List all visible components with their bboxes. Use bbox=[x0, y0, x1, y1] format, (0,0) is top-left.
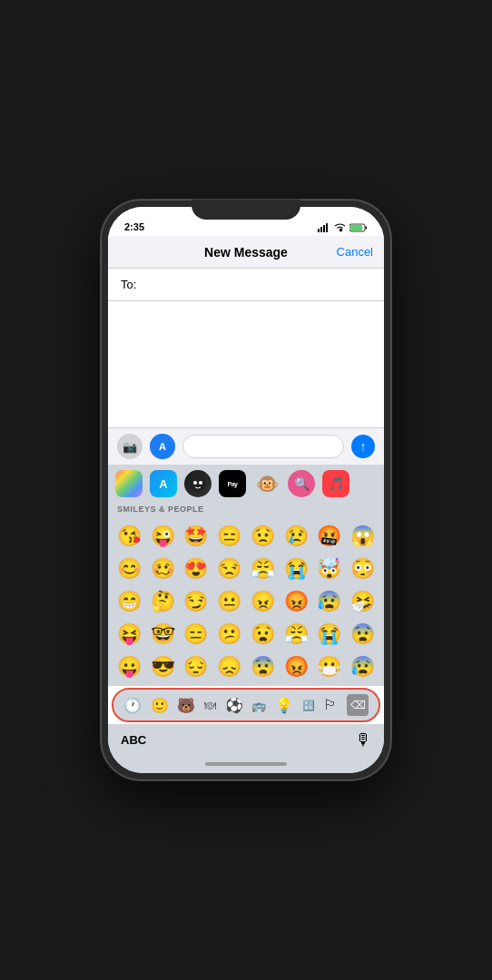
memoji-icon bbox=[189, 475, 207, 493]
emoji-disappointed[interactable]: 😞 bbox=[213, 652, 245, 682]
input-toolbar: 📷 A ↑ bbox=[108, 427, 384, 465]
emoji-smirk[interactable]: 😏 bbox=[181, 586, 212, 617]
emoji-tongue-squint[interactable]: 😝 bbox=[113, 619, 145, 650]
category-sports[interactable]: ⚽ bbox=[225, 697, 243, 714]
send-icon: ↑ bbox=[360, 439, 367, 454]
emoji-sob[interactable]: 😭 bbox=[314, 619, 346, 650]
svg-rect-2 bbox=[323, 225, 325, 232]
signal-icon bbox=[318, 223, 330, 232]
home-bar bbox=[205, 762, 287, 766]
emoji-cry[interactable]: 😢 bbox=[280, 521, 312, 552]
emoji-worried[interactable]: 😟 bbox=[247, 521, 279, 552]
emoji-confused[interactable]: 😕 bbox=[213, 619, 245, 650]
svg-rect-0 bbox=[318, 229, 320, 232]
emoji-loudly-cry[interactable]: 😭 bbox=[280, 554, 312, 584]
svg-point-7 bbox=[190, 475, 206, 492]
emoji-rage-steam[interactable]: 😤 bbox=[247, 554, 279, 584]
emoji-anxious-sweat[interactable]: 😰 bbox=[314, 586, 346, 617]
emoji-category-bar: 🕐 🙂 🐻 🍽 ⚽ 🚌 💡 🔣 🏳 ⌫ bbox=[112, 688, 380, 722]
svg-rect-5 bbox=[366, 227, 368, 230]
svg-rect-1 bbox=[320, 227, 322, 232]
emoji-censored-swear[interactable]: 🤬 bbox=[314, 521, 346, 552]
delete-emoji-button[interactable]: ⌫ bbox=[347, 694, 369, 716]
emoji-thinking[interactable]: 🤔 bbox=[147, 586, 179, 617]
emoji-mask[interactable]: 😷 bbox=[314, 652, 346, 682]
svg-point-8 bbox=[193, 481, 197, 485]
nav-title: New Message bbox=[204, 245, 288, 260]
emoji-blank[interactable]: 😑 bbox=[181, 619, 212, 650]
memoji-app-icon[interactable] bbox=[184, 470, 212, 497]
svg-rect-6 bbox=[350, 225, 362, 230]
emoji-rage[interactable]: 😡 bbox=[280, 652, 312, 682]
emoji-neutral[interactable]: 😐 bbox=[213, 586, 245, 617]
svg-rect-3 bbox=[326, 223, 328, 232]
category-food[interactable]: 🍽 bbox=[204, 699, 216, 712]
nav-bar: New Message Cancel bbox=[108, 236, 384, 269]
category-symbols[interactable]: 🔣 bbox=[302, 700, 315, 711]
emoji-grid: 😘 😜 🤩 😑 😟 😢 🤬 😱 😊 🥴 😍 😒 😤 😭 🤯 😳 😁 🤔 😏 😐 … bbox=[108, 517, 384, 686]
monkey-emoji-icon[interactable]: 🐵 bbox=[253, 470, 280, 497]
emoji-fearful2[interactable]: 😨 bbox=[247, 652, 279, 682]
category-smileys[interactable]: 🙂 bbox=[151, 697, 169, 714]
category-animals[interactable]: 🐻 bbox=[177, 697, 195, 714]
category-travel[interactable]: 🚌 bbox=[251, 699, 266, 712]
emoji-tongue-wink[interactable]: 😜 bbox=[147, 521, 179, 552]
emoji-anguished[interactable]: 😧 bbox=[247, 619, 279, 650]
abc-button[interactable]: ABC bbox=[121, 733, 146, 747]
emoji-flushed[interactable]: 😳 bbox=[347, 554, 379, 584]
emoji-nerd[interactable]: 🤓 bbox=[147, 619, 179, 650]
emoji-angry[interactable]: 😠 bbox=[247, 586, 279, 617]
emoji-sunglasses[interactable]: 😎 bbox=[147, 652, 179, 682]
applepay-icon[interactable]: Pay bbox=[219, 470, 246, 497]
home-indicator bbox=[108, 755, 384, 773]
message-area[interactable] bbox=[108, 301, 384, 427]
section-label: SMILEYS & PEOPLE bbox=[108, 503, 384, 517]
message-input[interactable] bbox=[182, 435, 344, 458]
emoji-starstruck[interactable]: 🤩 bbox=[181, 521, 212, 552]
send-button[interactable]: ↑ bbox=[351, 435, 375, 458]
emoji-scream[interactable]: 😱 bbox=[347, 521, 379, 552]
emoji-persevere[interactable]: 😤 bbox=[280, 619, 312, 650]
emoji-fearful[interactable]: 😨 bbox=[347, 619, 379, 650]
emoji-sneezing[interactable]: 🤧 bbox=[347, 586, 379, 617]
emoji-pensive[interactable]: 😔 bbox=[181, 652, 212, 682]
camera-icon: 📷 bbox=[123, 440, 137, 454]
battery-icon bbox=[349, 223, 368, 232]
music-icon[interactable]: 🎵 bbox=[322, 470, 349, 497]
appstore-icon: A bbox=[150, 434, 175, 459]
category-recent[interactable]: 🕐 bbox=[123, 697, 142, 714]
phone-screen: 2:35 bbox=[108, 207, 384, 773]
emoji-expressionless[interactable]: 😑 bbox=[213, 521, 245, 552]
phone-frame: 2:35 bbox=[101, 200, 391, 780]
appstore-app-icon[interactable]: A bbox=[150, 470, 177, 497]
svg-point-9 bbox=[199, 481, 202, 485]
emoji-kiss[interactable]: 😘 bbox=[113, 521, 145, 552]
to-field[interactable]: To: bbox=[108, 269, 384, 301]
camera-button[interactable]: 📷 bbox=[117, 434, 143, 459]
photos-app-icon[interactable] bbox=[115, 470, 143, 497]
status-icons bbox=[318, 223, 368, 232]
emoji-heart-eyes[interactable]: 😍 bbox=[181, 554, 212, 584]
wifi-icon bbox=[334, 223, 346, 232]
mic-button[interactable]: 🎙 bbox=[355, 730, 371, 750]
emoji-smiling[interactable]: 😊 bbox=[113, 554, 145, 584]
notch bbox=[192, 200, 300, 220]
globe-search-icon[interactable]: 🔍 bbox=[288, 470, 315, 497]
emoji-unamused[interactable]: 😒 bbox=[213, 554, 245, 584]
to-label: To: bbox=[121, 278, 136, 291]
emoji-tongue-out[interactable]: 😛 bbox=[113, 652, 145, 682]
app-row: A Pay 🐵 🔍 🎵 bbox=[108, 465, 384, 503]
emoji-grin[interactable]: 😁 bbox=[113, 586, 145, 617]
emoji-cold-sweat[interactable]: 😰 bbox=[347, 652, 379, 682]
category-flags[interactable]: 🏳 bbox=[323, 697, 338, 713]
emoji-pouting[interactable]: 😡 bbox=[280, 586, 312, 617]
appstore-button[interactable]: A bbox=[150, 434, 175, 459]
emoji-woozy[interactable]: 🥴 bbox=[147, 554, 179, 584]
category-objects[interactable]: 💡 bbox=[275, 697, 293, 714]
status-time: 2:35 bbox=[124, 221, 144, 232]
bottom-bar: ABC 🎙 bbox=[108, 724, 384, 755]
cancel-button[interactable]: Cancel bbox=[337, 245, 373, 259]
emoji-mind-blown[interactable]: 🤯 bbox=[314, 554, 346, 584]
